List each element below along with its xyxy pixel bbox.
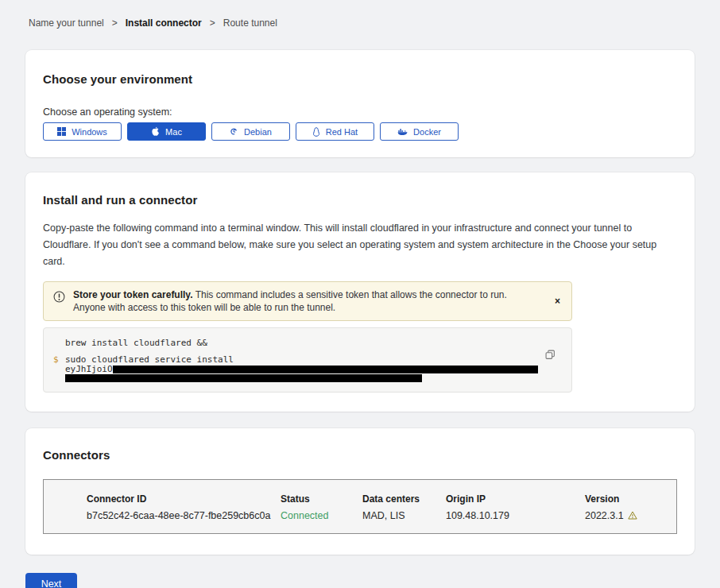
windows-icon bbox=[57, 127, 66, 136]
install-card-title: Install and run a connector bbox=[43, 193, 677, 207]
os-button-label: Windows bbox=[72, 127, 107, 137]
column-header-origin-ip: Origin IP bbox=[446, 493, 585, 505]
column-header-connector-id: Connector ID bbox=[44, 493, 281, 505]
os-button-debian[interactable]: Debian bbox=[211, 122, 290, 141]
connectors-card: Connectors Connector ID Status Data cent… bbox=[25, 428, 695, 555]
warning-icon bbox=[628, 511, 637, 520]
breadcrumb-step-install-connector[interactable]: Install connector bbox=[126, 17, 202, 29]
breadcrumb-separator: > bbox=[112, 17, 118, 29]
os-button-redhat[interactable]: Red Hat bbox=[296, 122, 374, 141]
command-line-1: brew install cloudflared && bbox=[44, 338, 571, 348]
alert-message: Store your token carefully. This command… bbox=[73, 288, 528, 314]
install-card-description: Copy-paste the following command into a … bbox=[43, 220, 677, 270]
tunnel-setup-page: Name your tunnel > Install connector > R… bbox=[0, 0, 720, 588]
os-button-mac[interactable]: Mac bbox=[127, 122, 206, 141]
shell-prompt: $ bbox=[53, 355, 65, 365]
data-centers-cell: MAD, LIS bbox=[362, 510, 446, 521]
command-line-3: eyJhIjoiO bbox=[44, 365, 571, 373]
os-button-windows[interactable]: Windows bbox=[43, 122, 122, 141]
version-value: 2022.3.1 bbox=[585, 510, 624, 521]
debian-icon bbox=[230, 127, 238, 136]
environment-card-title: Choose your environment bbox=[43, 72, 677, 86]
next-button[interactable]: Next bbox=[25, 573, 77, 588]
breadcrumb: Name your tunnel > Install connector > R… bbox=[29, 17, 695, 29]
column-header-version: Version bbox=[585, 493, 676, 505]
os-button-label: Docker bbox=[413, 127, 441, 137]
redacted-token-bar bbox=[65, 374, 422, 382]
origin-ip-cell: 109.48.10.179 bbox=[446, 510, 585, 521]
install-command-block: brew install cloudflared && $ sudo cloud… bbox=[43, 327, 572, 393]
install-connector-card: Install and run a connector Copy-paste t… bbox=[25, 172, 695, 412]
connectors-table: Connector ID Status Data centers Origin … bbox=[43, 479, 677, 534]
os-button-group: Windows Mac Debian Red Hat bbox=[43, 122, 677, 141]
docker-icon bbox=[397, 128, 408, 136]
choose-environment-card: Choose your environment Choose an operat… bbox=[25, 50, 695, 157]
os-button-label: Debian bbox=[244, 127, 272, 137]
token-warning-alert: Store your token carefully. This command… bbox=[43, 281, 572, 321]
connectors-card-title: Connectors bbox=[43, 448, 677, 462]
apple-icon bbox=[151, 126, 160, 137]
column-header-status: Status bbox=[281, 493, 362, 505]
alert-bold-text: Store your token carefully. bbox=[73, 289, 193, 300]
os-button-docker[interactable]: Docker bbox=[380, 122, 459, 141]
command-line-2: $ sudo cloudflared service install bbox=[44, 355, 571, 365]
copy-icon[interactable] bbox=[545, 350, 555, 362]
breadcrumb-step-route-tunnel[interactable]: Route tunnel bbox=[223, 17, 277, 29]
os-button-label: Red Hat bbox=[326, 127, 358, 137]
connector-id-cell: b7c52c42-6caa-48ee-8c77-fbe259cb6c0a bbox=[44, 510, 281, 521]
close-icon[interactable]: × bbox=[552, 296, 563, 306]
table-row: b7c52c42-6caa-48ee-8c77-fbe259cb6c0a Con… bbox=[44, 510, 676, 521]
token-prefix: eyJhIjoiO bbox=[65, 365, 113, 373]
breadcrumb-step-name-your-tunnel[interactable]: Name your tunnel bbox=[29, 17, 104, 29]
info-icon bbox=[53, 291, 65, 306]
version-cell: 2022.3.1 bbox=[585, 510, 676, 521]
column-header-data-centers: Data centers bbox=[362, 493, 446, 505]
os-button-label: Mac bbox=[165, 127, 182, 137]
status-badge: Connected bbox=[281, 510, 362, 521]
os-select-label: Choose an operating system: bbox=[43, 106, 677, 118]
breadcrumb-separator: > bbox=[210, 17, 215, 29]
redhat-icon bbox=[312, 127, 320, 137]
table-header-row: Connector ID Status Data centers Origin … bbox=[44, 493, 676, 505]
redacted-token-bar bbox=[113, 366, 538, 373]
